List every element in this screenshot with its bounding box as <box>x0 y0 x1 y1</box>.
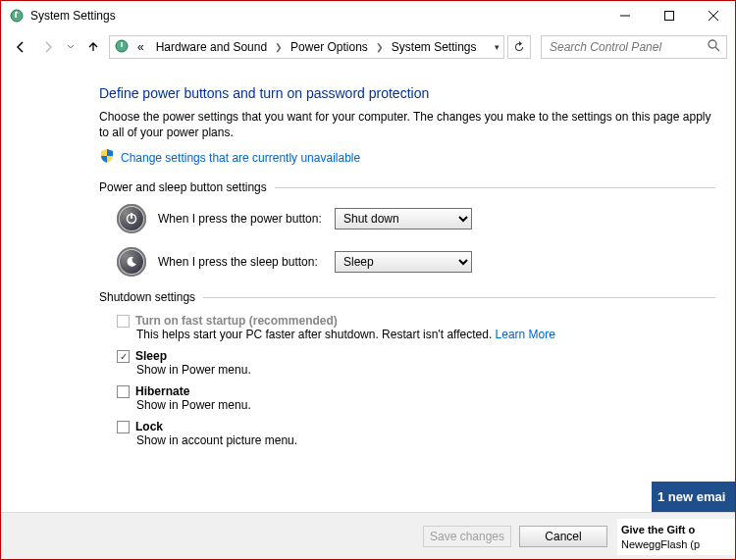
power-options-small-icon <box>114 38 130 57</box>
shutdown-item-desc: This helps start your PC faster after sh… <box>136 328 715 341</box>
shutdown-item: HibernateShow in Power menu. <box>117 384 715 412</box>
window-title: System Settings <box>30 9 603 23</box>
cancel-button[interactable]: Cancel <box>519 526 607 547</box>
breadcrumb-prefix[interactable]: « <box>133 40 148 54</box>
svg-point-6 <box>709 40 716 48</box>
shutdown-item-title: Hibernate <box>135 384 189 398</box>
shutdown-item: Turn on fast startup (recommended)This h… <box>117 314 715 341</box>
breadcrumb-power-options[interactable]: Power Options <box>287 40 372 54</box>
checkbox[interactable] <box>117 385 130 398</box>
power-button-select[interactable]: Do nothingSleepHibernateShut down <box>335 208 472 229</box>
divider <box>203 297 715 298</box>
shutdown-item: LockShow in account picture menu. <box>117 420 715 447</box>
checkbox[interactable] <box>117 421 130 433</box>
promo-line1: Give the Gift o <box>621 523 735 536</box>
shutdown-item-title: Lock <box>135 420 163 433</box>
search-box[interactable] <box>541 35 727 59</box>
shutdown-item-title: Sleep <box>135 349 167 363</box>
checkbox[interactable]: ✓ <box>117 350 130 363</box>
chevron-right-icon[interactable]: ❯ <box>275 42 283 52</box>
change-settings-link[interactable]: Change settings that are currently unava… <box>121 151 360 165</box>
sleep-button-select[interactable]: Do nothingSleepHibernateShut down <box>335 251 472 273</box>
address-bar[interactable]: « Hardware and Sound ❯ Power Options ❯ S… <box>109 35 504 59</box>
sleep-button-icon <box>117 247 146 277</box>
notification-toast[interactable]: 1 new emai <box>652 482 735 512</box>
shutdown-item-title: Turn on fast startup (recommended) <box>135 314 338 328</box>
breadcrumb-system-settings[interactable]: System Settings <box>388 40 481 54</box>
promo-line2: NeweggFlash (p <box>621 537 735 551</box>
back-button[interactable] <box>9 35 32 59</box>
save-changes-button[interactable]: Save changes <box>423 526 511 547</box>
search-icon[interactable] <box>708 39 720 55</box>
up-button[interactable] <box>81 35 105 59</box>
svg-rect-2 <box>664 12 673 21</box>
section-shutdown-title: Shutdown settings <box>99 290 195 304</box>
recent-dropdown-icon[interactable] <box>64 35 78 59</box>
address-dropdown-icon[interactable]: ▾ <box>495 42 499 52</box>
shutdown-item-desc: Show in account picture menu. <box>136 433 715 447</box>
power-options-icon <box>9 8 25 24</box>
maximize-button[interactable] <box>647 1 691 30</box>
refresh-button[interactable] <box>507 35 531 59</box>
promo-snippet: Give the Gift o NeweggFlash (p <box>617 519 735 555</box>
minimize-button[interactable] <box>603 1 647 30</box>
close-button[interactable] <box>691 1 735 30</box>
shield-icon <box>99 148 115 167</box>
breadcrumb-hardware-sound[interactable]: Hardware and Sound <box>152 40 271 54</box>
svg-line-7 <box>715 47 719 51</box>
checkbox <box>117 315 130 328</box>
search-input[interactable] <box>548 39 708 55</box>
sleep-button-label: When I press the sleep button: <box>158 255 335 269</box>
learn-more-link[interactable]: Learn More <box>496 328 555 341</box>
power-button-label: When I press the power button: <box>158 212 335 226</box>
power-button-icon <box>117 204 146 233</box>
page-title: Define power buttons and turn on passwor… <box>99 85 715 101</box>
shutdown-item: ✓SleepShow in Power menu. <box>117 349 715 377</box>
shutdown-item-desc: Show in Power menu. <box>136 398 715 412</box>
divider <box>275 187 715 188</box>
forward-button[interactable] <box>36 35 60 59</box>
page-description: Choose the power settings that you want … <box>99 109 715 140</box>
shutdown-item-desc: Show in Power menu. <box>136 363 715 377</box>
chevron-right-icon[interactable]: ❯ <box>376 42 384 52</box>
section-power-sleep-title: Power and sleep button settings <box>99 180 267 194</box>
